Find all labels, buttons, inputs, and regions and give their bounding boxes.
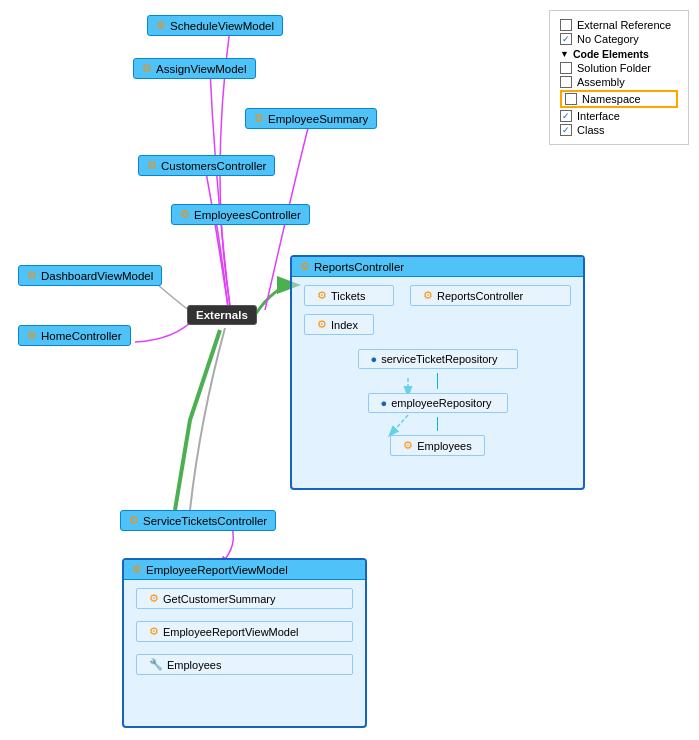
service-ticket-repo-item[interactable]: ● serviceTicketRepository <box>358 349 518 369</box>
service-tickets-controller-node[interactable]: ⚙ ServiceTicketsController <box>120 510 276 531</box>
externals-label: Externals <box>196 309 248 321</box>
dashboard-view-model-icon: ⚙ <box>27 269 37 282</box>
assign-view-model-node[interactable]: ⚙ AssignViewModel <box>133 58 256 79</box>
customers-controller-label: CustomersController <box>161 160 266 172</box>
employee-report-vm-title: ⚙ EmployeeReportViewModel <box>124 560 365 580</box>
customers-controller-node[interactable]: ⚙ CustomersController <box>138 155 275 176</box>
home-controller-icon: ⚙ <box>27 329 37 342</box>
legend-assembly: Assembly <box>560 76 678 88</box>
chevron-down-icon: ▼ <box>560 49 569 59</box>
employees-controller-node[interactable]: ⚙ EmployeesController <box>171 204 310 225</box>
employee-summary-label: EmployeeSummary <box>268 113 368 125</box>
legend-external-ref: External Reference <box>560 19 678 31</box>
employees-controller-icon: ⚙ <box>180 208 190 221</box>
employee-report-vm-item[interactable]: ⚙ EmployeeReportViewModel <box>136 621 353 642</box>
reports-controller-item[interactable]: ⚙ ReportsController <box>410 285 571 306</box>
employee-repo-item[interactable]: ● employeeRepository <box>368 393 508 413</box>
schedule-view-model-label: ScheduleViewModel <box>170 20 274 32</box>
diagram-container: ⚙ ScheduleViewModel ⚙ AssignViewModel ⚙ … <box>0 0 699 740</box>
dashboard-view-model-label: DashboardViewModel <box>41 270 153 282</box>
dashboard-view-model-node[interactable]: ⚙ DashboardViewModel <box>18 265 162 286</box>
assign-view-model-icon: ⚙ <box>142 62 152 75</box>
home-controller-node[interactable]: ⚙ HomeController <box>18 325 131 346</box>
employees-item-reports[interactable]: ⚙ Employees <box>390 435 484 456</box>
schedule-view-model-node[interactable]: ⚙ ScheduleViewModel <box>147 15 283 36</box>
legend-namespace: Namespace <box>560 90 678 108</box>
get-customer-summary-item[interactable]: ⚙ GetCustomerSummary <box>136 588 353 609</box>
employee-report-vm-container[interactable]: ⚙ EmployeeReportViewModel ⚙ GetCustomerS… <box>122 558 367 728</box>
reports-controller-container[interactable]: ⚙ ReportsController ⚙ Tickets ⚙ ReportsC… <box>290 255 585 490</box>
legend-solution-folder: Solution Folder <box>560 62 678 74</box>
externals-node[interactable]: Externals <box>187 305 257 325</box>
legend-no-category: No Category <box>560 33 678 45</box>
employees-item-ervm[interactable]: 🔧 Employees <box>136 654 353 675</box>
home-controller-label: HomeController <box>41 330 122 342</box>
employees-controller-label: EmployeesController <box>194 209 301 221</box>
employee-summary-node[interactable]: ⚙ EmployeeSummary <box>245 108 377 129</box>
employee-summary-icon: ⚙ <box>254 112 264 125</box>
service-tickets-controller-icon: ⚙ <box>129 514 139 527</box>
legend-panel: External Reference No Category ▼ Code El… <box>549 10 689 145</box>
legend-interface: Interface <box>560 110 678 122</box>
assign-view-model-label: AssignViewModel <box>156 63 247 75</box>
schedule-view-model-icon: ⚙ <box>156 19 166 32</box>
reports-controller-title: ⚙ ReportsController <box>292 257 583 277</box>
service-tickets-controller-label: ServiceTicketsController <box>143 515 267 527</box>
index-item[interactable]: ⚙ Index <box>304 314 374 335</box>
tickets-item[interactable]: ⚙ Tickets <box>304 285 394 306</box>
legend-class: Class <box>560 124 678 136</box>
legend-code-elements-header: ▼ Code Elements <box>560 48 678 60</box>
customers-controller-icon: ⚙ <box>147 159 157 172</box>
